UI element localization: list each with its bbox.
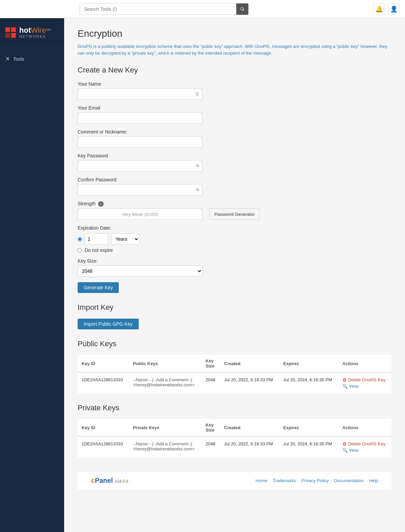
logo-hot: hot — [19, 26, 31, 34]
footer-logo-c: c — [91, 477, 95, 484]
logo-sq-darkred — [5, 33, 10, 38]
pk-name-0: --Name-- (--Add a Comment--) <henry@hotw… — [129, 372, 201, 393]
pk-col-expires: Expires — [279, 355, 338, 372]
generate-key-group: Generate Key — [78, 282, 392, 293]
key-size-select[interactable]: 1024 2048 4096 — [78, 265, 202, 277]
expiration-unit-select[interactable]: Days Weeks Months Years — [111, 233, 139, 245]
expire-radio[interactable] — [78, 237, 82, 241]
pk-delete-link-0[interactable]: 🗑 Delete GnuPG Key — [342, 377, 387, 382]
footer-link-trademarks[interactable]: Trademarks — [273, 478, 296, 483]
password-toggle-icon[interactable]: 👁 — [195, 163, 200, 169]
key-size-label: Key Size: — [78, 258, 392, 264]
password-field-group: Key Password 👁 — [78, 153, 392, 172]
trash-icon-prk: 🗑 — [342, 441, 347, 446]
trash-icon: 🗑 — [342, 377, 347, 382]
page-footer: cPanel 104.0.6 Home Trademarks Privacy P… — [78, 471, 392, 490]
search-input[interactable] — [80, 3, 248, 15]
strength-label: Strength i — [78, 201, 392, 207]
email-label: Your Email — [78, 105, 392, 111]
confirm-toggle-icon[interactable]: 👁 — [195, 187, 200, 193]
pk-col-publickeys: Public Keys — [129, 355, 201, 372]
email-input[interactable] — [78, 112, 202, 124]
prk-view-link-0[interactable]: 🔍 View — [342, 448, 387, 453]
view-icon: 🔍 — [342, 384, 348, 389]
footer-logo-panel: Panel — [95, 477, 113, 484]
confirm-password-group: Confirm Password: 👁 — [78, 177, 392, 196]
strength-group: Strength i Very Weak (0/100) Password Ge… — [78, 201, 392, 220]
pk-expires-0: Jul 20, 2024, 6:18:30 PM — [279, 372, 338, 393]
generate-key-button[interactable]: Generate Key — [78, 282, 119, 293]
confirm-input-wrapper: 👁 — [78, 184, 202, 196]
footer-link-help[interactable]: Help — [369, 478, 378, 483]
password-input-wrapper: 👁 — [78, 160, 202, 172]
main-content: Encryption GnuPG is a publicly available… — [64, 18, 405, 532]
logo-icon — [5, 27, 16, 38]
prk-created-0: Jul 20, 2022, 6:18:33 PM — [220, 436, 279, 457]
no-expire-radio[interactable] — [78, 248, 82, 253]
email-field-group: Your Email — [78, 105, 392, 124]
name-input[interactable] — [78, 88, 202, 100]
private-keys-table: Key ID Private Keys KeySize Created Expi… — [78, 419, 392, 457]
logo-sq-red2 — [11, 27, 16, 32]
comment-input-wrapper — [78, 136, 202, 148]
import-gpg-key-button[interactable]: Import Public GPG Key — [78, 319, 139, 329]
sidebar-nav: ✕ Tools — [0, 47, 64, 71]
name-label: Your Name — [78, 81, 392, 87]
sidebar-logo: hotWireSM NETWORKS — [0, 18, 64, 47]
email-input-wrapper — [78, 112, 202, 124]
footer-logo-area: cPanel 104.0.6 — [91, 477, 128, 484]
footer-link-docs[interactable]: Documentation — [334, 478, 363, 483]
private-keys-title: Private Keys — [78, 404, 392, 412]
password-generator-button[interactable]: Password Generator — [209, 208, 260, 220]
prk-keyid-0: 1DE2A5A128813333 — [78, 436, 129, 457]
prk-delete-link-0[interactable]: 🗑 Delete GnuPG Key — [342, 441, 387, 446]
footer-link-home[interactable]: Home — [255, 478, 267, 483]
pk-keysize-0: 2048 — [201, 372, 220, 393]
name-input-icon: 🗓 — [195, 91, 200, 97]
comment-input[interactable] — [78, 136, 202, 148]
sidebar: hotWireSM NETWORKS ✕ Tools — [0, 18, 64, 532]
key-password-input[interactable] — [78, 160, 202, 172]
confirm-password-input[interactable] — [78, 184, 202, 196]
view-icon-prk: 🔍 — [342, 448, 348, 453]
pk-created-0: Jul 20, 2022, 6:18:33 PM — [220, 372, 279, 393]
pk-view-link-0[interactable]: 🔍 View — [342, 384, 387, 389]
sidebar-item-label: Tools — [13, 56, 24, 62]
logo-sq-red — [5, 27, 10, 32]
logo-networks: NETWORKS — [19, 34, 51, 38]
expiration-group: Expiration Date: Days Weeks Months Years — [78, 225, 392, 253]
footer-link-privacy[interactable]: Privacy Policy — [301, 478, 329, 483]
prk-actions-0: 🗑 Delete GnuPG Key 🔍 View — [338, 436, 392, 457]
public-keys-table: Key ID Public Keys KeySize Created Expir… — [78, 355, 392, 393]
prk-col-privatekeys: Private Keys — [129, 419, 201, 436]
comment-field-group: Comment or Nickname: — [78, 129, 392, 148]
strength-info-icon[interactable]: i — [98, 201, 104, 207]
sidebar-item-tools[interactable]: ✕ Tools — [0, 52, 64, 65]
notification-button[interactable]: 🔔 — [373, 3, 385, 15]
prk-col-actions: Actions — [338, 419, 392, 436]
user-button[interactable]: 👤 — [388, 3, 400, 15]
search-button[interactable] — [236, 3, 248, 15]
expiration-label: Expiration Date: — [78, 225, 392, 231]
prk-col-keyid: Key ID — [78, 419, 129, 436]
pk-col-keyid: Key ID — [78, 355, 129, 372]
key-size-group: Key Size: 1024 2048 4096 — [78, 258, 392, 277]
pk-actions-0: 🗑 Delete GnuPG Key 🔍 View — [338, 372, 392, 393]
prk-col-keysize: KeySize — [201, 419, 220, 436]
top-bar: 🔔 👤 — [0, 0, 405, 18]
footer-links: Home Trademarks Privacy Policy Documenta… — [255, 478, 378, 483]
logo-text: hotWireSM NETWORKS — [19, 26, 51, 38]
comment-label: Comment or Nickname: — [78, 129, 392, 135]
private-key-row-0: 1DE2A5A128813333 --Name-- (--Add a Comme… — [78, 436, 392, 457]
import-key-title: Import Key — [78, 303, 392, 312]
pk-col-created: Created — [220, 355, 279, 372]
strength-bar: Very Weak (0/100) — [78, 208, 202, 220]
no-expire-radio-item: Do not expire — [78, 247, 392, 253]
prk-col-created: Created — [220, 419, 279, 436]
expiration-number-input[interactable] — [85, 233, 108, 245]
private-keys-section: Private Keys Key ID Private Keys KeySize… — [78, 404, 392, 457]
pk-col-actions: Actions — [338, 355, 392, 372]
prk-col-expires: Expires — [279, 419, 338, 436]
confirm-label: Confirm Password: — [78, 177, 392, 182]
strength-row: Very Weak (0/100) Password Generator — [78, 208, 392, 220]
